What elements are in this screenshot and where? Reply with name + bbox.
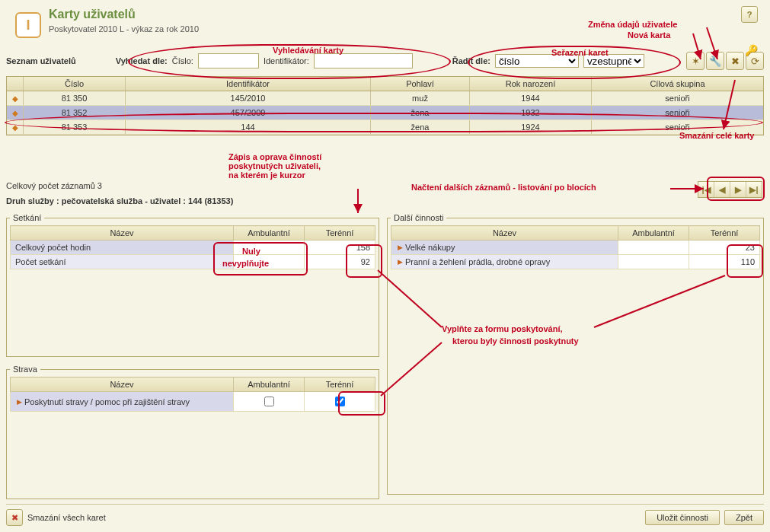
row-marker-icon: ◆ xyxy=(12,109,18,117)
cell-skupina: senioři xyxy=(592,91,763,105)
dalsi-col-ter: Terénní xyxy=(689,226,760,241)
strava-amb[interactable] xyxy=(234,392,305,412)
delete-all-icon[interactable]: ✖ xyxy=(6,509,23,526)
sort-field-select[interactable]: číslo xyxy=(495,54,579,68)
setkani-legend: Setkání xyxy=(10,213,44,222)
setkani-amb[interactable] xyxy=(234,241,305,255)
dalsi-row: ▶Pranní a žehlení prádla, drobné opravy1… xyxy=(391,255,760,269)
cell-rok: 1944 xyxy=(470,91,592,105)
app-logo-icon: I xyxy=(15,12,41,38)
dalsi-name: ▶Velké nákupy xyxy=(391,241,618,255)
pager: |◀ ◀ ▶ ▶| xyxy=(698,181,762,198)
pager-first[interactable]: |◀ xyxy=(698,182,714,197)
col-rok[interactable]: Rok narození xyxy=(470,77,592,91)
cell-ident: 457/2009 xyxy=(126,106,371,119)
help-button[interactable]: ? xyxy=(741,6,758,23)
strava-col-name: Název xyxy=(11,377,234,392)
strava-ter-checkbox[interactable] xyxy=(335,397,345,406)
dalsi-amb[interactable] xyxy=(618,241,689,255)
setkani-panel: Setkání Název Ambulantní Terénní Celkový… xyxy=(6,213,379,357)
page-subtitle: Poskytovatel 2010 L - výkaz za rok 2010 xyxy=(49,21,764,33)
col-cislo[interactable]: Číslo xyxy=(24,77,126,91)
strava-panel: Strava Název Ambulantní Terénní ▶Poskytn… xyxy=(6,365,379,499)
setkani-row: Celkový počet hodin158 xyxy=(11,241,375,255)
cell-cislo: 81 350 xyxy=(24,91,126,105)
table-row[interactable]: ◆81 353144žena1924senioři xyxy=(7,120,763,135)
row-marker-icon: ▶ xyxy=(17,398,22,406)
col-skupina[interactable]: Cílová skupina xyxy=(592,77,763,91)
strava-ter[interactable] xyxy=(305,392,375,412)
table-row[interactable]: ◆81 352457/2009žena1932senioři xyxy=(7,106,763,120)
dalsi-amb[interactable] xyxy=(618,255,689,269)
col-pohlavi[interactable]: Pohlaví xyxy=(371,77,470,91)
col-ident[interactable]: Identifikátor xyxy=(126,77,371,91)
row-marker-icon: ▶ xyxy=(398,244,403,251)
search-label: Vyhledat dle: xyxy=(116,56,168,65)
cell-pohlavi: žena xyxy=(371,106,470,119)
setkani-col-amb: Ambulantní xyxy=(234,226,305,241)
page-title: Karty uživatelů xyxy=(49,6,764,21)
sort-dir-select[interactable]: vzestupně xyxy=(583,54,644,68)
strava-row: ▶Poskytnutí stravy / pomoc při zajištění… xyxy=(11,392,375,412)
strava-amb-checkbox[interactable] xyxy=(264,397,274,406)
setkani-name: Počet setkání xyxy=(11,255,234,269)
dalsi-ter[interactable]: 110 xyxy=(689,255,760,269)
key-icon[interactable]: 🔑 xyxy=(745,44,758,56)
table-row[interactable]: ◆81 350145/2010muž1944senioři xyxy=(7,91,763,106)
cell-pohlavi: žena xyxy=(371,120,470,134)
strava-name: ▶Poskytnutí stravy / pomoc při zajištění… xyxy=(11,392,234,412)
cell-pohlavi: muž xyxy=(371,91,470,105)
annotation-edit-activities: Zápis a oprava činností poskytnutých uži… xyxy=(228,152,321,180)
pager-prev[interactable]: ◀ xyxy=(714,182,730,197)
dalsi-name: ▶Pranní a žehlení prádla, drobné opravy xyxy=(391,255,618,269)
setkani-amb[interactable] xyxy=(234,255,305,269)
row-marker-icon: ◆ xyxy=(12,94,18,103)
strava-col-amb: Ambulantní xyxy=(234,377,305,392)
cell-ident: 144 xyxy=(126,120,371,134)
dalsi-row: ▶Velké nákupy23 xyxy=(391,241,760,255)
new-card-button[interactable]: ✶ xyxy=(686,52,705,70)
cell-cislo: 81 352 xyxy=(24,106,126,119)
cell-skupina: senioři xyxy=(592,120,763,134)
setkani-ter[interactable]: 92 xyxy=(305,255,375,269)
cislo-label: Číslo: xyxy=(172,56,193,65)
sort-label: Řadit dle: xyxy=(452,56,490,65)
cell-ident: 145/2010 xyxy=(126,91,371,105)
service-type-label: Druh služby : pečovatelská služba - uživ… xyxy=(6,196,764,205)
col-icon xyxy=(7,77,24,91)
delete-all-label: Smazání všech karet xyxy=(27,513,106,522)
edit-card-button[interactable]: 🔧 xyxy=(706,52,724,70)
setkani-name: Celkový počet hodin xyxy=(11,241,234,255)
search-ident-input[interactable] xyxy=(314,53,413,68)
ident-label: Identifikátor: xyxy=(264,56,309,65)
section-label: Seznam uživatelů xyxy=(6,56,76,65)
dalsi-ter[interactable]: 23 xyxy=(689,241,760,255)
total-count: Celkový počet záznamů 3 xyxy=(6,181,764,190)
dalsi-legend: Další činnosti xyxy=(391,213,446,222)
strava-legend: Strava xyxy=(10,365,40,374)
dalsi-panel: Další činnosti Název Ambulantní Terénní … xyxy=(387,213,764,495)
cell-cislo: 81 353 xyxy=(24,120,126,134)
cell-rok: 1924 xyxy=(470,120,592,134)
setkani-col-ter: Terénní xyxy=(305,226,375,241)
setkani-col-name: Název xyxy=(11,226,234,241)
setkani-row: Počet setkání92 xyxy=(11,255,375,269)
dalsi-col-name: Název xyxy=(391,226,618,241)
row-marker-icon: ▶ xyxy=(398,258,403,266)
users-grid: Číslo Identifikátor Pohlaví Rok narození… xyxy=(6,76,764,135)
footer: ✖ Smazání všech karet Uložit činnosti Zp… xyxy=(6,504,764,526)
save-button[interactable]: Uložit činnosti xyxy=(645,510,720,525)
row-marker-icon: ◆ xyxy=(12,123,18,132)
search-cislo-input[interactable] xyxy=(198,53,259,68)
back-button[interactable]: Zpět xyxy=(724,510,764,525)
cell-skupina: senioři xyxy=(592,106,763,119)
dalsi-col-amb: Ambulantní xyxy=(618,226,689,241)
cell-rok: 1932 xyxy=(470,106,592,119)
strava-col-ter: Terénní xyxy=(305,377,375,392)
setkani-ter[interactable]: 158 xyxy=(305,241,375,255)
pager-next[interactable]: ▶ xyxy=(730,182,746,197)
pager-last[interactable]: ▶| xyxy=(746,182,762,197)
delete-card-button[interactable]: ✖ xyxy=(726,52,744,70)
